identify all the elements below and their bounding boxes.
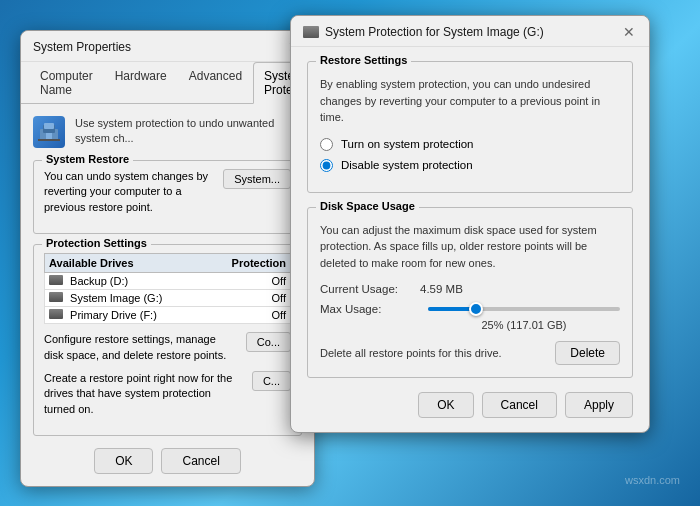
slider-percent-label: 25% (117.01 GB) [428,319,620,331]
tab-hardware[interactable]: Hardware [104,62,178,104]
system-restore-button[interactable]: System... [223,169,291,189]
system-restore-title: System Restore [42,153,133,165]
sp-title-drive-icon [303,26,319,38]
turn-on-radio[interactable] [320,138,333,151]
restore-settings-section: Restore Settings By enabling system prot… [307,61,633,193]
drive-icon-backup [49,275,63,285]
svg-rect-4 [38,139,60,141]
sys-protection-dialog: System Protection for System Image (G:) … [290,15,650,433]
disable-radio[interactable] [320,159,333,172]
svg-rect-2 [44,123,54,129]
drives-table-header: Available Drives Protection [44,253,291,273]
drive-row-primary[interactable]: Primary Drive (F:) Off [44,307,291,324]
max-usage-label: Max Usage: [320,303,420,315]
current-usage-label: Current Usage: [320,283,420,295]
sp-titlebar: System Protection for System Image (G:) … [291,16,649,47]
system-props-dialog: System Properties ✕ Computer Name Hardwa… [20,30,315,487]
delete-text: Delete all restore points for this drive… [320,347,502,359]
delete-row: Delete all restore points for this drive… [320,341,620,365]
drive-row-backup[interactable]: Backup (D:) Off [44,273,291,290]
info-icon [33,116,65,148]
drive-name-backup: Backup (D:) [49,275,128,287]
system-restore-row: You can undo system changes by reverting… [44,169,291,215]
system-props-bottom-buttons: OK Cancel [33,448,302,474]
create-button[interactable]: C... [252,371,291,391]
sp-title-text: System Protection for System Image (G:) [325,25,544,39]
create-row: Create a restore point right now for the… [44,371,291,417]
configure-text: Configure restore settings, manage disk … [44,332,238,363]
info-row: Use system protection to undo unwanted s… [33,116,302,148]
turn-on-label: Turn on system protection [341,138,474,150]
drive-name-primary: Primary Drive (F:) [49,309,157,321]
slider-track [428,307,620,311]
sp-title-area: System Protection for System Image (G:) [303,25,544,39]
system-props-title: System Properties [33,40,131,54]
sp-content: Restore Settings By enabling system prot… [291,47,649,432]
sp-cancel-button[interactable]: Cancel [482,392,557,418]
sp-close-button[interactable]: ✕ [621,24,637,40]
watermark: wsxdn.com [625,474,680,486]
delete-button[interactable]: Delete [555,341,620,365]
protection-settings-section: Protection Settings Available Drives Pro… [33,244,302,436]
tab-advanced[interactable]: Advanced [178,62,253,104]
drive-icon-primary [49,309,63,319]
disk-space-section: Disk Space Usage You can adjust the maxi… [307,207,633,379]
disable-radio-row[interactable]: Disable system protection [320,159,620,172]
max-usage-container: Max Usage: [320,303,620,315]
drive-protection-sysimage: Off [272,292,286,304]
configure-row: Configure restore settings, manage disk … [44,332,291,363]
slider-thumb[interactable] [469,302,483,316]
drive-icon-sysimage [49,292,63,302]
sp-apply-button[interactable]: Apply [565,392,633,418]
disk-space-desc: You can adjust the maximum disk space us… [320,222,620,272]
drive-name-sysimage: System Image (G:) [49,292,162,304]
create-text: Create a restore point right now for the… [44,371,244,417]
protection-settings-title: Protection Settings [42,237,151,249]
svg-rect-3 [46,133,52,139]
system-props-content: Use system protection to undo unwanted s… [21,104,314,486]
system-props-ok-button[interactable]: OK [94,448,153,474]
current-usage-row: Current Usage: 4.59 MB [320,283,620,295]
sp-ok-button[interactable]: OK [418,392,473,418]
sp-bottom-buttons: OK Cancel Apply [307,392,633,418]
tab-computer-name[interactable]: Computer Name [29,62,104,104]
configure-button[interactable]: Co... [246,332,291,352]
system-props-tabs: Computer Name Hardware Advanced System P… [21,62,314,104]
turn-on-radio-row[interactable]: Turn on system protection [320,138,620,151]
info-text: Use system protection to undo unwanted s… [75,116,302,147]
drive-protection-primary: Off [272,309,286,321]
restore-settings-desc: By enabling system protection, you can u… [320,76,620,126]
system-props-cancel-button[interactable]: Cancel [161,448,240,474]
drive-protection-backup: Off [272,275,286,287]
disk-space-title: Disk Space Usage [316,200,419,212]
disable-label: Disable system protection [341,159,473,171]
restore-settings-title: Restore Settings [316,54,411,66]
drive-row-sysimage[interactable]: System Image (G:) Off [44,290,291,307]
current-usage-value: 4.59 MB [420,283,463,295]
drives-col-header: Available Drives [49,257,134,269]
system-props-titlebar: System Properties ✕ [21,31,314,62]
system-restore-text: You can undo system changes by reverting… [44,169,215,215]
protection-col-header: Protection [232,257,286,269]
system-restore-section: System Restore You can undo system chang… [33,160,302,234]
